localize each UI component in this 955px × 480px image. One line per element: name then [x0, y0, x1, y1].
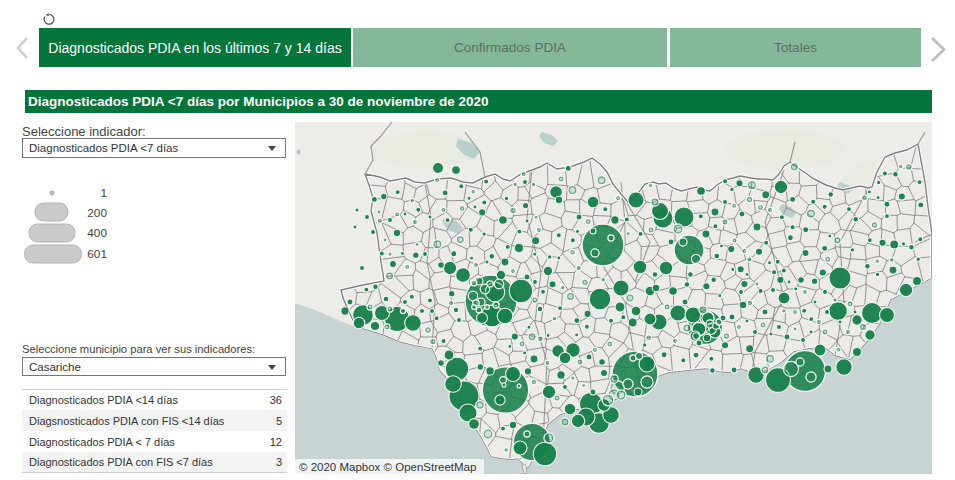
svg-text:© 2020 Mapbox © OpenStreetMap: © 2020 Mapbox © OpenStreetMap	[299, 461, 476, 473]
